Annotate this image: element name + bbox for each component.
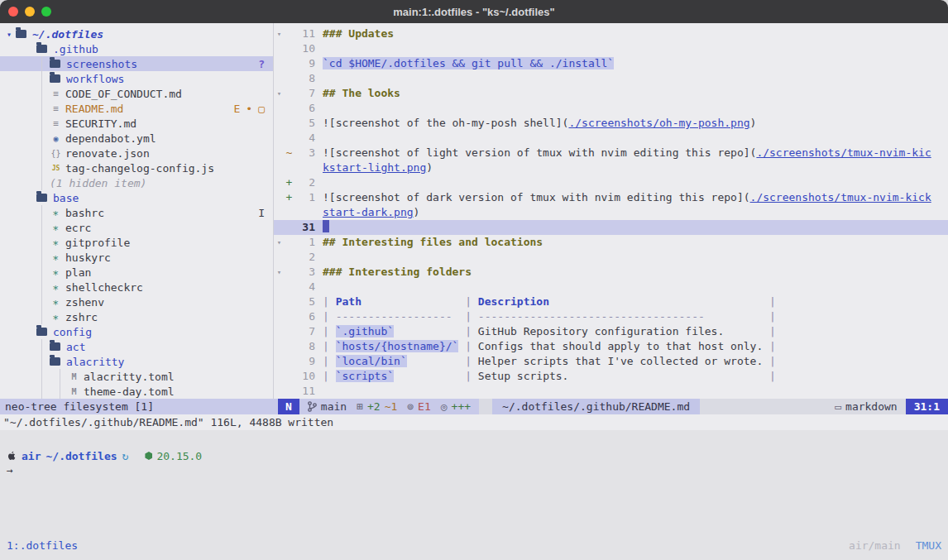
tree-label: SECURITY.md [65,117,136,130]
tree-folder-item[interactable]: workflows [0,71,273,86]
fold-icon [274,190,285,205]
editor-line-2[interactable]: +2 [274,175,948,190]
editor-line-9[interactable]: 9`cd $HOME/.dotfiles && git pull && ./in… [274,56,948,71]
editor-line-7[interactable]: ▾7## The looks [274,86,948,101]
syntax-segment: ------------------ [336,310,466,323]
syntax-segment: ## Interesting files and locations [323,236,543,248]
tree-file-item[interactable]: ∗bashrcI [0,205,273,220]
extra-text: +++ [452,399,471,414]
editor-line-wrap[interactable]: start-dark.png) [274,205,948,220]
syntax-segment: | [323,310,336,323]
syntax-segment: ./screenshots/tmux-nvim-kic [756,146,931,159]
editor-line-3[interactable]: ▾3### Interesting folders [274,265,948,280]
tree-hidden-note[interactable]: (1 hidden item) [0,175,273,190]
tree-file-item[interactable]: ∗ecrc [0,220,273,235]
shell-area[interactable]: air ~/.dotfiles ↻ 20.15.0 → 1:.dotfiles … [0,430,948,560]
editor-line-6[interactable]: 6| ------------------ | ----------------… [274,309,948,324]
tree-file-item[interactable]: ∗shellcheckrc [0,280,273,294]
tree-file-item[interactable]: ∗zshenv [0,294,273,309]
editor-line-6[interactable]: 6 [274,101,948,116]
tree-file-item[interactable]: ∗zshrc [0,309,273,324]
editor-line-8[interactable]: 8| `hosts/{hostname}/` | Configs that sh… [274,339,948,354]
syntax-segment: | [769,370,776,382]
tree-label: theme-day.toml [84,385,175,398]
sync-icon: ↻ [122,450,129,462]
editor-line-10[interactable]: 10| `scripts` | Setup scripts. | [274,369,948,384]
tmux-badge: TMUX [916,539,941,552]
git-sign [285,339,294,354]
filetype-segment: ▭ markdown [826,399,905,414]
editor-pane[interactable]: ▾11### Updates109`cd $HOME/.dotfiles && … [274,23,948,399]
syntax-segment: | [465,370,478,382]
git-sign [285,324,294,339]
line-number: 2 [294,250,315,265]
editor-line-9[interactable]: 9| `local/bin` | Helper scripts that I'v… [274,354,948,369]
tree-folder-item[interactable]: ▾~/.dotfiles [0,26,273,41]
tmux-window-label[interactable]: 1:.dotfiles [7,539,78,552]
editor-line-4[interactable]: 4 [274,280,948,294]
fold-icon [274,294,285,309]
fold-icon [274,116,285,131]
syntax-segment: | [769,325,776,337]
file-path: ~/.dotfiles/.github/README.md [492,399,700,414]
tree-file-item[interactable]: ≡README.mdE•▢ [0,101,273,116]
syntax-segment: Setup scripts. [478,370,769,382]
shell-file-icon: ∗ [50,251,62,264]
tree-file-item[interactable]: ∗gitprofile [0,235,273,250]
tree-folder-item[interactable]: config [0,324,273,339]
tree-file-item[interactable]: ≡CODE_OF_CONDUCT.md [0,86,273,101]
editor-line-3[interactable]: ~3![screenshot of light version of tmux … [274,146,948,160]
git-branch-icon [308,401,317,412]
tree-label: tag-changelog-config.js [65,162,214,175]
fold-icon [274,175,285,190]
editor-line-11[interactable]: ▾11### Updates [274,26,948,41]
shell-file-icon: ∗ [50,296,62,309]
tree-file-item[interactable]: JStag-changelog-config.js [0,160,273,175]
tree-folder-item[interactable]: alacritty [0,354,273,369]
plugin-icon: ◎ [441,399,448,414]
editor-line-2[interactable]: 2 [274,250,948,265]
editor-line-1[interactable]: +1![screenshot of dark version of tmux w… [274,190,948,205]
editor-line-8[interactable]: 8 [274,71,948,86]
fullscreen-button[interactable] [41,7,51,17]
tree-label: bashrc [65,207,104,219]
syntax-segment [549,295,769,308]
neo-tree-sidebar[interactable]: ▾~/.dotfiles.githubscreenshots?workflows… [0,23,274,399]
tree-folder-item[interactable]: act [0,339,273,354]
fold-icon [274,220,285,235]
syntax-segment: Configs that should apply to that host o… [478,340,769,352]
tree-folder-item[interactable]: base [0,190,273,205]
tree-file-item[interactable]: ≡SECURITY.md [0,116,273,131]
editor-line-1[interactable]: ▾1## Interesting files and locations [274,235,948,250]
tmux-session-label: air/main [849,539,901,552]
tree-folder-item[interactable]: .github [0,41,273,56]
git-sign [285,86,294,101]
prompt-arrow: → [0,463,948,478]
tree-file-item[interactable]: Malacritty.toml [0,369,273,384]
editor-line-wrap[interactable]: kstart-light.png) [274,160,948,175]
editor-line-5[interactable]: 5| Path | Description | [274,294,948,309]
tree-file-item[interactable]: ∗huskyrc [0,250,273,265]
syntax-segment: Path [336,295,361,308]
git-sign [285,26,294,41]
syntax-segment: ) [414,206,420,218]
close-button[interactable] [8,7,18,17]
syntax-segment: | [465,355,478,367]
hostname: air [22,450,41,462]
folder-icon [50,60,60,68]
tree-file-item[interactable]: ∗plan [0,265,273,280]
editor-line-5[interactable]: 5![screenshot of the oh-my-posh shell](.… [274,116,948,131]
editor-line-10[interactable]: 10 [274,41,948,56]
editor-line-11[interactable]: 11 [274,384,948,399]
tree-file-item[interactable]: ◉dependabot.yml [0,131,273,146]
tree-label: dependabot.yml [65,132,156,145]
tree-file-item[interactable]: Mtheme-day.toml [0,384,273,399]
diff-icon: ⊞ [357,399,363,414]
editor-line-7[interactable]: 7| `.github` | GitHub Repository configu… [274,324,948,339]
tree-file-item[interactable]: {}renovate.json [0,146,273,160]
minimize-button[interactable] [25,7,35,17]
tree-folder-item[interactable]: screenshots? [0,56,273,71]
editor-line-4[interactable]: 4 [274,131,948,146]
line-number [294,160,315,175]
editor-line-31[interactable]: 31 [274,220,948,235]
